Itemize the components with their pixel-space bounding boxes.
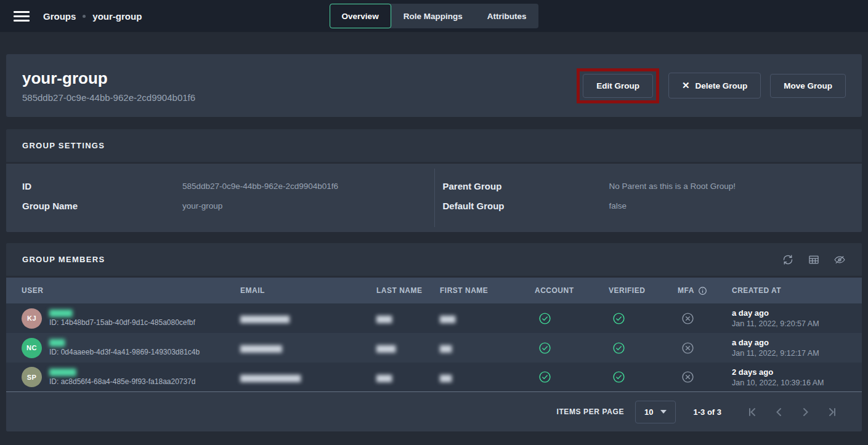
check-circle-icon xyxy=(612,312,625,325)
field-default-group-value: false xyxy=(609,201,627,210)
group-actions: Edit Group ✕ Delete Group Move Group xyxy=(577,68,846,103)
avatar: KJ xyxy=(22,308,42,329)
account-status xyxy=(535,342,609,355)
table-row[interactable]: SP ███████ ID: ac8d56f4-68a4-485e-9f93-f… xyxy=(6,363,862,392)
field-group-name: Group Name your-group xyxy=(6,196,434,215)
delete-group-button[interactable]: ✕ Delete Group xyxy=(668,73,761,98)
pager-controls xyxy=(747,407,837,417)
check-circle-icon xyxy=(538,342,551,355)
created-exact: Jan 11, 2022, 9:12:17 AM xyxy=(732,349,846,358)
user-meta: ███████ ID: ac8d56f4-68a4-485e-9f93-fa18… xyxy=(49,369,196,386)
verified-status xyxy=(609,342,678,355)
topbar: Groups your-group Overview Role Mappings… xyxy=(0,0,868,32)
created-cell: a day ago Jan 11, 2022, 9:12:17 AM xyxy=(732,338,846,358)
items-per-page-label: ITEMS PER PAGE xyxy=(556,407,624,416)
mfa-status xyxy=(678,312,732,325)
verified-status xyxy=(609,371,678,383)
group-members-header: GROUP MEMBERS xyxy=(6,243,862,278)
items-per-page-value: 10 xyxy=(644,407,653,417)
col-first-name[interactable]: FIRST NAME xyxy=(440,286,535,295)
refresh-icon[interactable] xyxy=(782,254,794,266)
user-cell: KJ ██████ ID: 14b48bd7-15ab-40df-9d1c-48… xyxy=(22,308,240,329)
breadcrumb-section[interactable]: Groups xyxy=(43,11,76,22)
user-cell: NC ████ ID: 0d4aaeeb-4d3f-4a41-9869-1493… xyxy=(22,338,240,358)
edit-group-highlight-annotation: Edit Group xyxy=(577,68,659,103)
col-mfa[interactable]: MFA xyxy=(678,286,732,295)
chevron-down-icon xyxy=(660,410,667,414)
created-relative: a day ago xyxy=(732,308,846,318)
user-id: ID: ac8d56f4-68a4-485e-9f93-fa18aa20737d xyxy=(49,377,196,386)
col-email[interactable]: EMAIL xyxy=(240,286,376,295)
mfa-status xyxy=(678,371,732,383)
breadcrumb-separator-icon xyxy=(83,15,86,18)
previous-page-icon[interactable] xyxy=(774,407,784,417)
username-redacted[interactable]: ████ xyxy=(49,339,200,346)
info-icon[interactable] xyxy=(698,286,707,295)
col-created-at[interactable]: CREATED AT xyxy=(732,286,846,295)
col-user[interactable]: USER xyxy=(22,286,240,295)
table-pagination: ITEMS PER PAGE 10 1-3 of 3 xyxy=(6,392,862,431)
last-page-icon[interactable] xyxy=(827,407,837,417)
user-id: ID: 0d4aaeeb-4d3f-4a41-9869-149303d81c4b xyxy=(49,348,200,356)
last-name-redacted: ████ xyxy=(376,316,391,323)
hide-columns-eye-icon[interactable] xyxy=(834,254,846,266)
col-verified[interactable]: VERIFIED xyxy=(609,286,678,295)
field-default-group: Default Group false xyxy=(434,196,862,215)
created-cell: a day ago Jan 11, 2022, 9:20:57 AM xyxy=(732,308,846,328)
tab-overview[interactable]: Overview xyxy=(330,4,391,28)
group-settings-header: GROUP SETTINGS xyxy=(6,129,862,164)
group-settings-card: GROUP SETTINGS ID 585ddb27-0c9e-44bb-962… xyxy=(6,129,862,232)
user-cell: SP ███████ ID: ac8d56f4-68a4-485e-9f93-f… xyxy=(22,367,240,387)
username-redacted[interactable]: ███████ xyxy=(49,369,196,375)
menu-icon[interactable] xyxy=(14,11,30,22)
first-page-icon[interactable] xyxy=(747,407,758,417)
first-name-redacted: ███ xyxy=(440,375,451,382)
col-mfa-label: MFA xyxy=(678,286,694,295)
edit-group-button[interactable]: Edit Group xyxy=(583,74,653,98)
tab-attributes[interactable]: Attributes xyxy=(475,4,539,28)
table-row[interactable]: NC ████ ID: 0d4aaeeb-4d3f-4a41-9869-1493… xyxy=(6,333,862,363)
tab-role-mappings[interactable]: Role Mappings xyxy=(391,4,475,28)
delete-group-label: Delete Group xyxy=(695,81,747,90)
email-redacted: ████████████████ xyxy=(240,375,300,382)
mfa-status xyxy=(678,342,732,355)
check-circle-icon xyxy=(538,312,551,325)
field-id: ID 585ddb27-0c9e-44bb-962e-2cd9904b01f6 xyxy=(6,176,434,196)
created-exact: Jan 10, 2022, 10:39:16 AM xyxy=(732,379,846,387)
members-toolbar xyxy=(782,254,846,266)
page-title: your-group xyxy=(22,69,195,88)
first-name-redacted: ████ xyxy=(440,316,455,323)
last-name-redacted: ████ xyxy=(376,375,391,382)
group-header-text: your-group 585ddb27-0c9e-44bb-962e-2cd99… xyxy=(22,69,195,103)
field-parent-group-value: No Parent as this is a Root Group! xyxy=(609,182,736,191)
email-redacted: ███████████ xyxy=(240,345,282,352)
field-id-label: ID xyxy=(22,181,182,191)
breadcrumb-current: your-group xyxy=(92,11,142,22)
next-page-icon[interactable] xyxy=(800,407,811,417)
field-parent-group: Parent Group No Parent as this is a Root… xyxy=(434,176,862,196)
items-per-page-select[interactable]: 10 xyxy=(635,401,676,423)
x-circle-icon xyxy=(681,371,694,383)
col-last-name[interactable]: LAST NAME xyxy=(376,286,440,295)
verified-status xyxy=(609,312,678,325)
settings-left-column: ID 585ddb27-0c9e-44bb-962e-2cd9904b01f6 … xyxy=(6,176,434,215)
table-row[interactable]: KJ ██████ ID: 14b48bd7-15ab-40df-9d1c-48… xyxy=(6,303,862,333)
members-table-header: USER EMAIL LAST NAME FIRST NAME ACCOUNT … xyxy=(6,278,862,303)
group-members-card: GROUP MEMBERS USER EMAIL LAST NAME FIRST… xyxy=(6,243,862,431)
check-circle-icon xyxy=(612,342,625,355)
field-group-name-label: Group Name xyxy=(22,201,182,211)
username-redacted[interactable]: ██████ xyxy=(49,310,195,316)
last-name-redacted: █████ xyxy=(376,345,395,352)
account-status xyxy=(535,312,609,325)
col-account[interactable]: ACCOUNT xyxy=(535,286,609,295)
move-group-button[interactable]: Move Group xyxy=(770,74,846,98)
settings-column-divider xyxy=(434,169,435,227)
created-relative: 2 days ago xyxy=(732,367,846,377)
field-default-group-label: Default Group xyxy=(443,201,609,211)
created-relative: a day ago xyxy=(732,338,846,347)
group-uuid: 585ddb27-0c9e-44bb-962e-2cd9904b01f6 xyxy=(22,92,195,103)
table-view-icon[interactable] xyxy=(808,254,820,266)
group-header-card: your-group 585ddb27-0c9e-44bb-962e-2cd99… xyxy=(6,54,862,117)
user-meta: ██████ ID: 14b48bd7-15ab-40df-9d1c-485a0… xyxy=(49,310,195,327)
user-id: ID: 14b48bd7-15ab-40df-9d1c-485a080cefbf xyxy=(49,318,195,327)
